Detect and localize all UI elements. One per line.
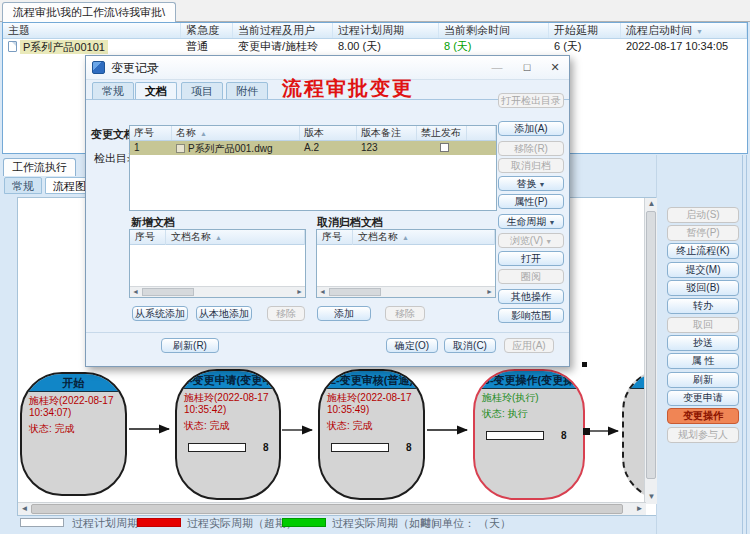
maximize-icon[interactable]: □ bbox=[514, 58, 540, 77]
scroll-left-icon[interactable]: ◄ bbox=[130, 287, 141, 297]
plan-participants-button[interactable]: 规划参与人 bbox=[667, 427, 739, 443]
pause-button[interactable]: 暂停(P) bbox=[667, 225, 739, 241]
dropdown-icon: ▼ bbox=[545, 238, 552, 245]
task-urgency: 普通 bbox=[181, 39, 233, 54]
col-subject[interactable]: 主题 bbox=[3, 23, 181, 38]
cancel-docs-list[interactable]: 序号 文档名称▲ ◄ ► bbox=[316, 229, 496, 298]
forbid-publish-checkbox[interactable] bbox=[440, 143, 449, 152]
refresh-button[interactable]: 刷新(R) bbox=[161, 338, 219, 353]
task-process-user: 变更申请/施桂玲 bbox=[233, 39, 333, 54]
col-planned-period[interactable]: 过程计划周期 bbox=[333, 23, 439, 38]
refresh-button[interactable]: 刷新 bbox=[667, 372, 739, 388]
selection-handle[interactable] bbox=[582, 362, 587, 367]
properties-button[interactable]: 属性(P) bbox=[498, 194, 564, 209]
change-record-dialog: 变更记录 — □ ✕ 常规 文档 项目 附件 流程审批变更 检出目录 设置检出目… bbox=[85, 55, 570, 367]
other-operations-button[interactable]: 其他操作 bbox=[498, 289, 564, 304]
add-from-local-button[interactable]: 从本地添加 bbox=[196, 306, 252, 321]
col-urgency[interactable]: 紧急度 bbox=[181, 23, 233, 38]
col-remaining-time[interactable]: 当前剩余时间 bbox=[439, 23, 549, 38]
circulate-button[interactable]: 圈阅 bbox=[498, 269, 564, 284]
terminate-flow-button[interactable]: 终止流程(K) bbox=[667, 243, 739, 259]
scroll-right-icon[interactable]: ► bbox=[484, 287, 495, 297]
task-table-header: 主题 紧急度 当前过程及用户 过程计划周期 当前剩余时间 开始延期 流程启动时间… bbox=[3, 23, 747, 39]
file-icon bbox=[176, 144, 185, 153]
cc-button[interactable]: 抄送 bbox=[667, 335, 739, 351]
remove-button[interactable]: 移除(R) bbox=[498, 141, 564, 156]
properties-button[interactable]: 属 性 bbox=[667, 353, 739, 369]
tab-workflow-execution[interactable]: 工作流执行 bbox=[3, 158, 76, 176]
canvas-horizontal-scrollbar[interactable]: ◄ ► bbox=[18, 502, 646, 515]
legend-time-unit: 时间单位： （天） bbox=[420, 516, 511, 530]
dialog-tab-general[interactable]: 常规 bbox=[92, 82, 134, 100]
remove-cancel-doc-button[interactable]: 移除 bbox=[385, 306, 425, 321]
col-no[interactable]: 序号 bbox=[317, 230, 353, 245]
vertical-scroll-thumb[interactable] bbox=[646, 211, 656, 479]
col-process-user[interactable]: 当前过程及用户 bbox=[233, 23, 333, 38]
task-subject-cell[interactable]: P系列产品00101 bbox=[3, 39, 181, 54]
scroll-left-icon[interactable]: ◄ bbox=[317, 287, 328, 297]
change-operation-button[interactable]: 变更操作 bbox=[667, 408, 739, 424]
task-start-time: 2022-08-17 10:34:05 bbox=[621, 39, 747, 54]
legend-ontime-swatch bbox=[282, 518, 326, 527]
cancel-docs-header: 序号 文档名称▲ bbox=[317, 230, 495, 245]
cancel-docs-label: 取消归档文档 bbox=[317, 215, 383, 230]
submit-button[interactable]: 提交(M) bbox=[667, 262, 739, 278]
change-docs-table[interactable]: 序号 名称▲ 版本 版本备注 禁止发布 1 P系列产品001.dwg A.2 1… bbox=[129, 125, 497, 211]
scroll-thumb[interactable] bbox=[142, 288, 194, 296]
impact-scope-button[interactable]: 影响范围 bbox=[498, 308, 564, 323]
dialog-tab-attachments[interactable]: 附件 bbox=[226, 82, 268, 100]
cancel-docs-hscrollbar[interactable]: ◄ ► bbox=[317, 286, 495, 297]
add-from-system-button[interactable]: 从系统添加 bbox=[132, 306, 188, 321]
subtab-general[interactable]: 常规 bbox=[4, 177, 42, 194]
col-forbid-publish[interactable]: 禁止发布 bbox=[417, 126, 467, 140]
col-no[interactable]: 序号 bbox=[130, 230, 166, 245]
remove-new-doc-button[interactable]: 移除 bbox=[267, 306, 305, 321]
dialog-title: 变更记录 bbox=[111, 60, 159, 77]
col-no[interactable]: 序号 bbox=[130, 126, 172, 140]
col-version-note[interactable]: 版本备注 bbox=[357, 126, 417, 140]
doc-extra-cell bbox=[467, 141, 496, 155]
dialog-tab-project[interactable]: 项目 bbox=[181, 82, 223, 100]
dialog-tab-documents[interactable]: 文档 bbox=[135, 82, 177, 100]
scroll-right-icon[interactable]: ► bbox=[633, 503, 646, 516]
scroll-right-icon[interactable]: ► bbox=[294, 287, 305, 297]
col-version[interactable]: 版本 bbox=[300, 126, 357, 140]
change-doc-row[interactable]: 1 P系列产品001.dwg A.2 123 bbox=[130, 141, 496, 155]
table-row[interactable]: P系列产品00101 普通 变更申请/施桂玲 8.00 (天) 8 (天) 6 … bbox=[3, 39, 747, 54]
lifecycle-menu-button[interactable]: 生命周期▼ bbox=[498, 214, 564, 229]
cancel-archive-button[interactable]: 取消归档 bbox=[498, 158, 564, 173]
scroll-left-icon[interactable]: ◄ bbox=[18, 503, 31, 516]
tab-pending-approval[interactable]: 流程审批\我的工作流\待我审批\ bbox=[2, 2, 176, 22]
scroll-down-icon[interactable]: ▼ bbox=[645, 491, 658, 504]
scroll-thumb[interactable] bbox=[329, 288, 381, 296]
forward-button[interactable]: 转办 bbox=[667, 298, 739, 314]
col-doc-name[interactable]: 文档名称▲ bbox=[166, 230, 305, 245]
add-cancel-doc-button[interactable]: 添加 bbox=[317, 306, 371, 321]
minimize-icon[interactable]: — bbox=[484, 58, 510, 77]
browse-menu-button[interactable]: 浏览(V)▼ bbox=[498, 233, 564, 248]
open-checkout-dir-button[interactable]: 打开检出目录 bbox=[498, 93, 564, 108]
task-subject[interactable]: P系列产品00101 bbox=[20, 40, 108, 54]
col-start-time[interactable]: 流程启动时间▼ bbox=[621, 23, 747, 38]
new-docs-list[interactable]: 序号 文档名称▲ ◄ ► bbox=[129, 229, 306, 298]
ok-button[interactable]: 确定(O) bbox=[386, 338, 438, 353]
horizontal-scroll-thumb[interactable] bbox=[31, 504, 623, 514]
col-doc-name[interactable]: 文档名称▲ bbox=[353, 230, 495, 245]
open-button[interactable]: 打开 bbox=[498, 251, 564, 266]
close-icon[interactable]: ✕ bbox=[542, 58, 568, 77]
canvas-vertical-scrollbar[interactable]: ▲ ▼ bbox=[644, 198, 657, 504]
change-request-button[interactable]: 变更申请 bbox=[667, 390, 739, 406]
doc-name-cell[interactable]: P系列产品001.dwg bbox=[172, 141, 300, 155]
scroll-up-icon[interactable]: ▲ bbox=[645, 198, 658, 211]
start-button[interactable]: 启动(S) bbox=[667, 207, 739, 223]
doc-no: 1 bbox=[130, 141, 172, 155]
col-name[interactable]: 名称▲ bbox=[172, 126, 300, 140]
reject-button[interactable]: 驳回(B) bbox=[667, 280, 739, 296]
replace-menu-button[interactable]: 替换▼ bbox=[498, 176, 564, 191]
new-docs-hscrollbar[interactable]: ◄ ► bbox=[130, 286, 305, 297]
retrieve-button[interactable]: 取回 bbox=[667, 317, 739, 333]
add-button[interactable]: 添加(A) bbox=[498, 121, 564, 136]
col-start-delay[interactable]: 开始延期 bbox=[549, 23, 621, 38]
cancel-button[interactable]: 取消(C) bbox=[444, 338, 496, 353]
apply-button[interactable]: 应用(A) bbox=[504, 338, 554, 353]
